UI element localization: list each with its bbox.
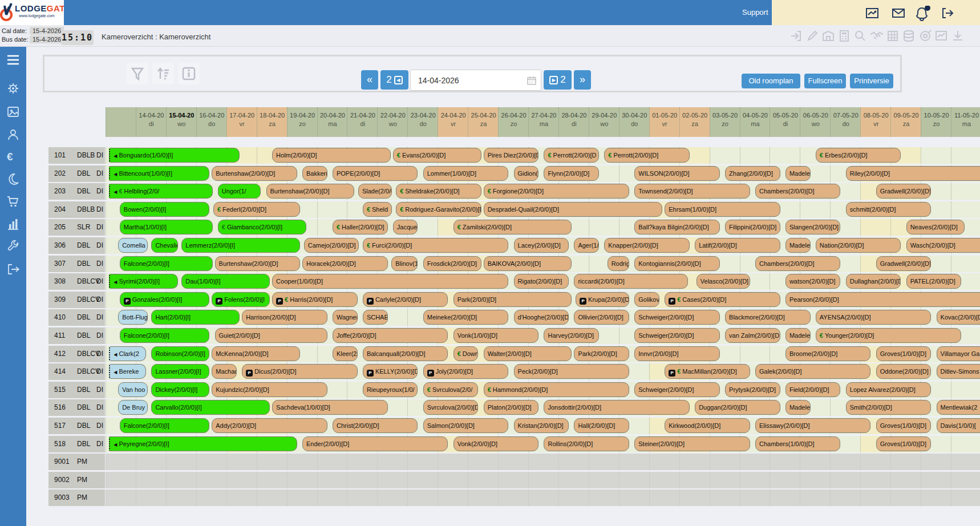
booking-bar[interactable]: BAIKOVA(2/0/0)[D] [484,256,572,271]
next-days-button[interactable]: ▶ 2 [544,70,572,90]
booking-bar[interactable]: Wagner( [333,310,358,325]
booking-bar[interactable]: Blinov(1 [391,256,418,271]
booking-bar[interactable]: ◀Syrimi(2/0/0)[I] [109,274,177,289]
pm-day-cell[interactable] [498,489,529,506]
booking-bar[interactable]: Villamayor Ga [937,346,980,361]
booking-bar[interactable]: Park(2/0/0)[D] [453,292,572,307]
pm-day-cell[interactable] [921,454,951,470]
booking-bar[interactable]: Dullaghan(2/0/0)[D] [846,274,901,289]
booking-bar[interactable]: watson(2/0/0)[D] [785,274,841,289]
booking-bar[interactable]: Cooper(1/0/0)[D] [272,274,508,289]
tools-wrench-icon[interactable] [7,240,19,253]
pm-day-cell[interactable] [106,489,136,506]
pm-day-cell[interactable] [619,489,650,506]
pm-day-cell[interactable] [317,454,348,470]
pm-day-cell[interactable] [528,489,559,506]
pm-day-cell[interactable] [347,454,378,470]
pm-day-cell[interactable] [619,472,650,488]
booking-bar[interactable]: Burtenshaw(2/0/0)[D] [215,256,300,271]
pm-day-cell[interactable] [136,472,167,488]
pm-day-cell[interactable] [136,489,167,506]
booking-bar[interactable]: Davis(1/0/0)[ [937,418,980,433]
booking-bar[interactable]: Jonsdottir(2/0/0)[D] [544,400,689,415]
booking-bar[interactable]: Horacek(2/0/0)[D] [302,256,387,271]
booking-bar[interactable]: Chevalie [151,238,177,253]
day-cell[interactable] [740,346,771,362]
pm-day-cell[interactable] [679,454,710,470]
search-icon[interactable] [853,29,867,43]
booking-bar[interactable]: P€MacMillan(2/0/0)[D] [665,364,750,379]
pm-day-cell[interactable] [710,489,740,506]
booking-bar[interactable]: Galek(2/0/0)[D] [755,364,870,379]
booking-bar[interactable]: €Rodriguez-Garavito(2/0/0)[D] [396,202,481,217]
booking-bar[interactable]: Guiet(2/0/0)[D] [215,328,327,343]
booking-bar[interactable]: Lopez Alvarez(2/0/0)[D] [846,382,931,397]
pm-day-cell[interactable] [860,472,891,488]
booking-bar[interactable]: Slade(2/0/0)[D] [358,184,392,199]
sort-icon[interactable] [152,63,174,84]
chart-icon[interactable] [934,29,948,43]
booking-bar[interactable]: Kristan(2/0/0)[D] [514,418,569,433]
pm-day-cell[interactable] [106,472,136,488]
booking-bar[interactable]: Madeleir [785,400,811,415]
booking-bar[interactable]: Comella [118,238,148,253]
day-cell[interactable] [921,147,951,164]
day-cell[interactable] [317,201,348,218]
pm-day-cell[interactable] [740,454,771,470]
pm-day-cell[interactable] [438,454,468,470]
booking-bar[interactable]: WILSON(2/0/0)[D] [634,166,719,181]
pm-day-cell[interactable] [558,472,589,488]
booking-bar[interactable]: ◀Peyregne(2/0/0)[I] [109,436,297,451]
booking-bar[interactable]: PCarlyle(2/0/0)[D] [363,292,448,307]
pm-day-cell[interactable] [830,472,861,488]
pm-day-cell[interactable] [951,454,980,470]
pm-day-cell[interactable] [468,472,499,488]
pm-day-cell[interactable] [468,454,499,470]
pm-day-cell[interactable] [287,489,318,506]
booking-bar[interactable]: Ditlev-Simons [937,364,980,379]
booking-bar[interactable]: Oddone(2/0/0)[D] [876,364,932,379]
booking-bar[interactable]: €Hammond(2/0/0)[D] [484,382,629,397]
day-cell[interactable] [951,256,980,272]
booking-bar[interactable]: Vonk(2/0/0)[D] [453,436,538,451]
mail-icon[interactable] [891,6,906,21]
pm-day-cell[interactable] [377,472,408,488]
booking-bar[interactable]: ◀Bittencourt(1/0/0)[I] [109,166,209,181]
booking-bar[interactable]: Ager(1/0 [574,238,599,253]
booking-bar[interactable]: PGonzales(2/0/0)[I] [120,292,209,307]
booking-bar[interactable]: Addy(2/0/0)[D] [212,418,327,433]
booking-bar[interactable]: Steiner(2/0/0)[D] [634,436,750,451]
pm-day-cell[interactable] [196,454,227,470]
handshake-icon[interactable] [869,29,883,43]
booking-bar[interactable]: Machad [212,364,237,379]
booking-bar[interactable]: Prytysk(2/0/0)[D] [725,382,780,397]
booking-bar[interactable]: PJoly(2/0/0)[D] [423,364,508,379]
pm-day-cell[interactable] [347,489,378,506]
booking-bar[interactable]: Bowen(2/0/0)[I] [120,202,209,217]
booking-bar[interactable]: Camejo(2/0/0)[D] [304,238,359,253]
pm-day-cell[interactable] [257,489,287,506]
day-cell[interactable] [589,219,619,236]
booking-bar[interactable]: Kujundzic(2/0/0)[D] [212,382,327,397]
booking-bar[interactable]: Rollins(2/0/0)[D] [544,436,629,451]
booking-bar[interactable]: Smith(2/0/0)[D] [846,400,931,415]
pm-day-cell[interactable] [830,489,861,506]
pm-day-cell[interactable] [196,472,227,488]
booking-bar[interactable]: Riley(2/0/0)[D] [846,166,980,181]
booking-bar[interactable]: Balcanquall(2/0/0)[D] [363,346,448,361]
pm-day-cell[interactable] [166,472,197,488]
booking-bar[interactable]: Hart(2/0/0)[I] [151,310,240,325]
booking-bar[interactable]: Kovac(2/0/0)[D] [937,310,980,325]
pm-day-cell[interactable] [407,472,438,488]
booking-bar[interactable]: Groves(1/0/0)[D] [876,418,932,433]
booking-bar[interactable]: van Zalm(2/0/0)[D [725,328,780,343]
old-roomplan-button[interactable]: Old roomplan [742,74,800,88]
booking-bar[interactable]: McKenna(2/0/0)[D] [212,346,300,361]
booking-bar[interactable]: Lassner(2/0/0)[I] [151,364,209,379]
pm-day-cell[interactable] [498,454,529,470]
booking-bar[interactable]: ◀€Helbling(2/0/ [109,184,212,199]
day-cell[interactable] [800,201,831,218]
booking-bar[interactable]: Carvallo(2/0/0)[I] [151,400,270,415]
pm-day-cell[interactable] [770,454,800,470]
building-icon[interactable] [821,29,835,43]
